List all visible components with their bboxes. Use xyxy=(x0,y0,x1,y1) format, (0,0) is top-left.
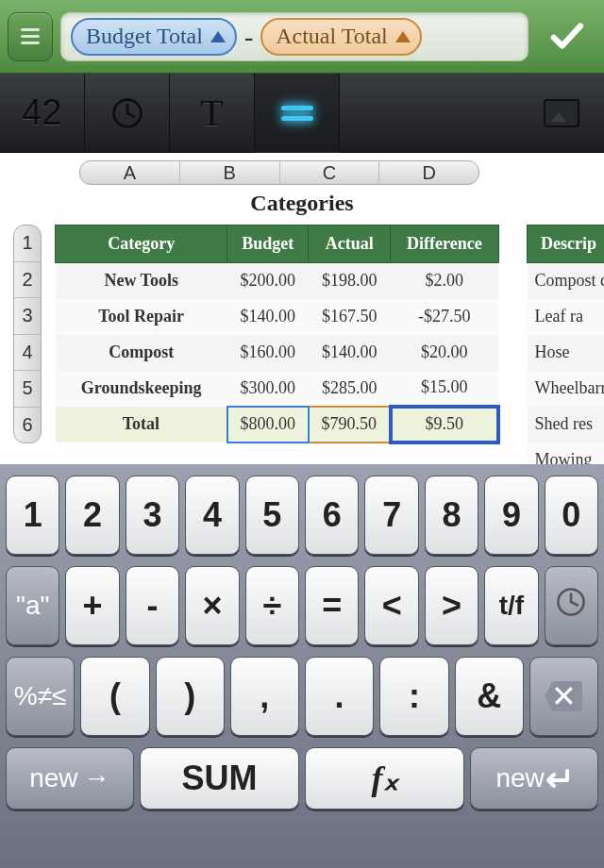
key-sum[interactable]: SUM xyxy=(140,747,299,810)
row-header[interactable]: 1 xyxy=(14,225,41,262)
mode-datetime-button[interactable] xyxy=(85,74,170,153)
column-header[interactable]: A xyxy=(80,161,180,184)
column-header[interactable]: C xyxy=(280,161,380,184)
return-icon xyxy=(545,767,573,790)
key-6[interactable]: 6 xyxy=(305,476,359,555)
key-comma[interactable]: , xyxy=(230,657,299,736)
triangle-up-icon xyxy=(395,31,411,42)
key-more-operators[interactable]: %≠≤ xyxy=(6,657,75,736)
key-period[interactable]: . xyxy=(305,657,374,736)
svg-line-2 xyxy=(127,113,134,117)
key-8[interactable]: 8 xyxy=(425,476,478,555)
cell[interactable]: $167.50 xyxy=(309,299,391,335)
cell-referenced-orange[interactable]: $790.50 xyxy=(309,407,391,442)
cell[interactable]: $140.00 xyxy=(309,335,391,371)
key-lparen[interactable]: ( xyxy=(80,657,149,736)
cell[interactable]: New Tools xyxy=(56,263,227,299)
key-new-right[interactable]: new xyxy=(470,747,598,810)
key-less[interactable]: < xyxy=(364,566,418,645)
mode-number-button[interactable]: 42 xyxy=(0,74,85,153)
cell[interactable]: -$27.50 xyxy=(391,299,498,335)
cell[interactable]: $15.00 xyxy=(391,371,498,407)
equals-glow-icon xyxy=(281,116,313,121)
th-budget[interactable]: Budget xyxy=(227,225,309,263)
row-header[interactable]: 2 xyxy=(14,262,41,299)
key-5[interactable]: 5 xyxy=(245,476,299,555)
key-datetime[interactable] xyxy=(545,566,598,645)
cell[interactable]: Wheelbarro xyxy=(528,371,605,407)
equals-glow-icon xyxy=(281,106,313,110)
th-category[interactable]: Category xyxy=(56,225,227,263)
row-headers[interactable]: 1 2 3 4 5 6 xyxy=(13,225,42,443)
key-string[interactable]: "a" xyxy=(6,566,59,645)
table-row[interactable]: Tool Repair $140.00 $167.50 -$27.50 xyxy=(56,299,499,335)
key-functions[interactable]: fₓ xyxy=(305,747,464,810)
cell[interactable]: $198.00 xyxy=(309,263,391,299)
key-3[interactable]: 3 xyxy=(126,476,179,555)
table-row[interactable]: Compost $160.00 $140.00 $20.00 xyxy=(56,335,499,371)
column-header[interactable]: B xyxy=(180,161,280,184)
key-ampersand[interactable]: & xyxy=(455,657,524,736)
row-header[interactable]: 6 xyxy=(14,408,41,443)
th-description[interactable]: Descrip xyxy=(528,225,605,263)
confirm-button[interactable] xyxy=(536,8,596,65)
key-backspace[interactable]: ✕ xyxy=(529,657,598,736)
cell[interactable]: Leaf ra xyxy=(528,299,605,335)
cell[interactable]: Total xyxy=(56,407,227,442)
row-header[interactable]: 5 xyxy=(14,371,41,408)
cell-fill-button[interactable] xyxy=(519,74,604,153)
key-2[interactable]: 2 xyxy=(65,476,119,555)
key-greater[interactable]: > xyxy=(425,566,478,645)
total-row[interactable]: Total $800.00 $790.50 $9.50 xyxy=(56,407,499,442)
formula-content[interactable]: Budget Total - Actual Total xyxy=(60,12,528,61)
key-multiply[interactable]: × xyxy=(185,566,239,645)
key-colon[interactable]: : xyxy=(379,657,448,736)
cell[interactable]: Shed res xyxy=(528,407,605,442)
column-headers[interactable]: A B C D xyxy=(79,160,479,185)
backspace-icon: ✕ xyxy=(545,681,582,711)
clock-icon xyxy=(110,96,144,130)
row-header[interactable]: 3 xyxy=(14,298,41,335)
cell-referenced-blue[interactable]: $800.00 xyxy=(227,407,309,442)
mode-formula-button[interactable] xyxy=(255,74,340,153)
spreadsheet-area[interactable]: A B C D Categories 1 2 3 4 5 6 Category … xyxy=(0,153,604,464)
cell[interactable]: $285.00 xyxy=(309,371,391,407)
cell[interactable]: Mowing xyxy=(528,442,605,465)
cell[interactable]: Compost xyxy=(56,335,227,371)
cell[interactable]: $200.00 xyxy=(227,263,309,299)
formula-token-budget-total[interactable]: Budget Total xyxy=(71,18,237,56)
key-new-left[interactable]: new→ xyxy=(6,747,134,810)
cell[interactable]: $160.00 xyxy=(227,335,309,371)
cell[interactable]: $300.00 xyxy=(227,371,309,407)
key-7[interactable]: 7 xyxy=(364,476,418,555)
cell-selected[interactable]: $9.50 xyxy=(391,407,498,442)
key-truefalse[interactable]: t/f xyxy=(484,566,538,645)
table-row[interactable]: New Tools $200.00 $198.00 $2.00 xyxy=(56,263,499,299)
th-difference[interactable]: Difference xyxy=(391,225,498,263)
cell[interactable]: Groundskeeping xyxy=(56,371,227,407)
key-divide[interactable]: ÷ xyxy=(245,566,299,645)
key-rparen[interactable]: ) xyxy=(156,657,225,736)
row-header[interactable]: 4 xyxy=(14,335,41,372)
formula-menu-button[interactable] xyxy=(8,12,53,61)
cell[interactable]: $2.00 xyxy=(391,263,498,299)
cell[interactable]: $140.00 xyxy=(227,299,309,335)
main-table[interactable]: Category Budget Actual Difference New To… xyxy=(55,225,500,444)
th-actual[interactable]: Actual xyxy=(309,225,391,263)
cell[interactable]: $20.00 xyxy=(391,335,498,371)
key-minus[interactable]: - xyxy=(126,566,179,645)
key-plus[interactable]: + xyxy=(65,566,119,645)
cell[interactable]: Tool Repair xyxy=(56,299,227,335)
key-equals[interactable]: = xyxy=(305,566,359,645)
key-1[interactable]: 1 xyxy=(6,476,59,555)
key-4[interactable]: 4 xyxy=(185,476,239,555)
key-9[interactable]: 9 xyxy=(484,476,538,555)
mode-text-button[interactable]: T xyxy=(170,74,255,153)
key-0[interactable]: 0 xyxy=(545,476,598,555)
table-row[interactable]: Groundskeeping $300.00 $285.00 $15.00 xyxy=(56,371,499,407)
side-table[interactable]: Descrip Compost c Leaf ra Hose Wheelbarr… xyxy=(527,225,604,464)
cell[interactable]: Compost c xyxy=(528,263,605,299)
formula-token-actual-total[interactable]: Actual Total xyxy=(260,18,422,56)
cell[interactable]: Hose xyxy=(528,335,605,371)
column-header[interactable]: D xyxy=(379,161,478,184)
